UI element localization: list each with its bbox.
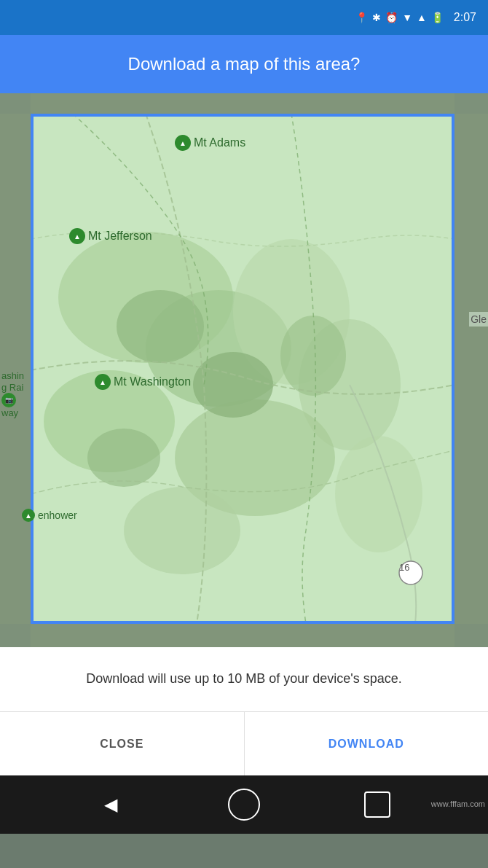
svg-rect-17 (0, 624, 488, 647)
info-text: Download will use up to 10 MB of your de… (86, 670, 402, 688)
back-button[interactable]: ◀ (95, 789, 127, 821)
status-time: 2:07 (454, 11, 476, 24)
railway-icon: 📷 (1, 393, 16, 407)
mt-jefferson-pin (69, 228, 85, 244)
railway-label: ashin g Rai 📷 way (1, 370, 24, 419)
gle-label: Gle (469, 312, 488, 327)
info-bar: Download will use up to 10 MB of your de… (0, 647, 488, 711)
status-bar: 📍 ✱ ⏰ ▼ ▲ 🔋 2:07 (0, 0, 488, 35)
home-button[interactable] (228, 789, 260, 821)
page-title: Download a map of this area? (114, 54, 375, 74)
location-icon: 📍 (355, 12, 368, 23)
route-16-label: 16 (399, 562, 409, 573)
close-button[interactable]: CLOSE (0, 712, 245, 775)
signal-icon: ▲ (417, 12, 427, 23)
recent-icon (364, 791, 390, 818)
eisenhower-label: enhower (22, 509, 77, 522)
button-bar: CLOSE DOWNLOAD (0, 711, 488, 775)
back-icon: ◀ (104, 794, 117, 815)
mt-jefferson-label: Mt Jefferson (69, 228, 152, 244)
mt-adams-label: Mt Adams (175, 135, 245, 151)
bluetooth-icon: ✱ (372, 12, 381, 23)
wifi-icon: ▼ (402, 12, 412, 23)
nav-bar: ◀ (0, 775, 488, 834)
map-selection-box (31, 114, 454, 624)
battery-icon: 🔋 (431, 12, 444, 23)
eisenhower-pin (22, 509, 35, 522)
alarm-icon: ⏰ (385, 12, 398, 23)
title-bar: Download a map of this area? (0, 35, 488, 93)
recent-button[interactable] (361, 789, 393, 821)
svg-rect-16 (0, 93, 488, 114)
svg-rect-15 (454, 93, 488, 647)
mt-adams-pin (175, 135, 191, 151)
watermark: www.fffam.com (431, 799, 485, 808)
download-button[interactable]: DOWNLOAD (245, 712, 489, 775)
status-icons: 📍 ✱ ⏰ ▼ ▲ 🔋 2:07 (355, 11, 476, 24)
mt-washington-label: Mt Washington (95, 374, 191, 390)
mt-washington-pin (95, 374, 111, 390)
home-icon (228, 789, 260, 821)
map-container: Mt Adams Mt Jefferson Mt Washington enho… (0, 93, 488, 647)
